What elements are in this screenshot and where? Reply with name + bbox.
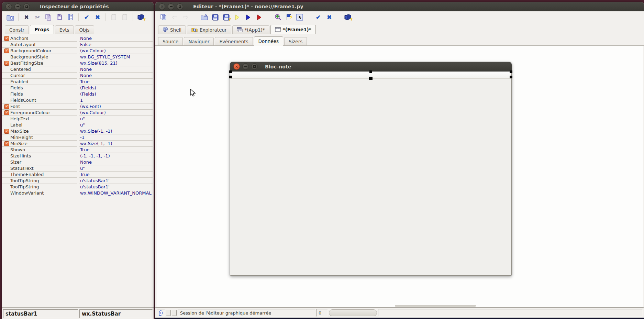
property-value[interactable]: False [79, 42, 153, 48]
property-row[interactable]: ✓ Enabled True [2, 79, 154, 85]
property-value[interactable]: None [79, 35, 153, 42]
property-row[interactable]: ✓ Shown True [2, 147, 154, 153]
editor-titlebar[interactable]: × Editeur - *(Frame1)* - none://Frame1.p… [155, 2, 644, 11]
property-value[interactable]: 1 [79, 97, 153, 103]
property-value[interactable]: (-1, -1, -1, -1) [79, 153, 153, 159]
copy-post-button-disabled[interactable] [121, 13, 129, 22]
tab-explorateur[interactable]: Explorateur [187, 25, 231, 34]
property-value[interactable]: (wx.Colour) [79, 48, 153, 54]
inspector-titlebar[interactable]: × Inspecteur de propriétés [2, 2, 154, 11]
tab-objs[interactable]: Objs [75, 25, 94, 34]
property-row[interactable]: ✓ HelpText u'' [2, 116, 154, 122]
property-set-checkbox[interactable]: ✓ [4, 48, 9, 53]
property-value[interactable]: (Fields) [79, 85, 153, 91]
inspector-close-button[interactable]: × [5, 3, 12, 10]
debug-button[interactable] [274, 13, 282, 22]
property-value[interactable]: (wx.Colour) [79, 110, 153, 116]
open-button[interactable] [200, 13, 208, 22]
property-set-checkbox[interactable]: ✓ [4, 36, 9, 41]
tab-frame1[interactable]: *(Frame1)* [270, 25, 316, 34]
frame-titlebar[interactable]: × Bloc-note [230, 62, 512, 72]
delete-item-button[interactable]: ✖ [22, 13, 31, 22]
property-row[interactable]: ✓ SizeHints (-1, -1, -1, -1) [2, 153, 154, 159]
editor-minimize-button[interactable] [168, 3, 174, 10]
property-row[interactable]: ✓ BackgroundColour (wx.Colour) [2, 48, 154, 54]
property-value[interactable]: (wx.Font) [79, 103, 153, 110]
inspector-maximize-button[interactable] [23, 3, 30, 10]
property-value[interactable]: True [79, 79, 153, 85]
property-row[interactable]: ✓ ToolTipString u'statusBar1' [2, 184, 154, 190]
property-value[interactable]: True [79, 147, 153, 153]
tab-donnees[interactable]: Données [254, 36, 283, 46]
property-row[interactable]: ✓ Font (wx.Font) [2, 103, 154, 110]
editor-help-button[interactable]: ? [344, 13, 352, 22]
run-step-button[interactable] [233, 13, 241, 22]
property-value[interactable]: u'' [79, 116, 153, 122]
property-row[interactable]: ✓ Centered None [2, 66, 154, 73]
property-row[interactable]: ✓ BestFittingSize wx.Size(815, 21) [2, 60, 154, 66]
property-value[interactable]: wx.BG_STYLE_SYSTEM [79, 54, 153, 60]
property-row[interactable]: ✓ ToolTipString u'statusBar1' [2, 178, 154, 184]
status-mini-button-2[interactable] [172, 310, 177, 316]
property-set-checkbox[interactable]: ✓ [4, 141, 9, 146]
tab-app1[interactable]: *(App1)* [232, 25, 269, 34]
history-forward-button[interactable]: ⇨ [181, 13, 190, 22]
frame-close-button[interactable]: × [233, 63, 240, 70]
tab-shell[interactable]: Shell [158, 25, 186, 34]
property-set-checkbox[interactable]: ✓ [4, 129, 9, 134]
paste-button[interactable] [55, 13, 64, 22]
cut-button[interactable]: ✂ [33, 13, 42, 22]
post-button[interactable]: ✔ [314, 13, 322, 22]
tab-constr[interactable]: Constr [5, 25, 29, 34]
property-value[interactable]: u'' [79, 122, 153, 128]
frame-designer-button[interactable] [296, 13, 304, 22]
property-row[interactable]: ✓ Fields (Fields) [2, 85, 154, 91]
property-value[interactable]: u'' [79, 165, 153, 172]
property-row[interactable]: ✓ AutoLayout False [2, 42, 154, 48]
cancel-changes-button[interactable]: ✖ [325, 13, 333, 22]
property-row[interactable]: ✓ MaxSize wx.Size(-1, -1) [2, 128, 154, 134]
copy-button[interactable] [44, 13, 53, 22]
selection-handle-top-left[interactable] [229, 70, 232, 73]
frame-body[interactable] [230, 72, 512, 276]
property-value[interactable]: (Fields) [79, 91, 153, 97]
property-value[interactable]: -1 [79, 134, 153, 141]
property-row[interactable]: ✓ MinHeight -1 [2, 134, 154, 141]
property-value[interactable]: None [79, 159, 153, 165]
selection-handle-top-right[interactable] [510, 70, 512, 73]
help-button[interactable]: ? [137, 13, 145, 22]
property-row[interactable]: ✓ ForegroundColour (wx.Colour) [2, 110, 154, 116]
selection-handle-bottom-center[interactable] [369, 77, 373, 80]
inspector-minimize-button[interactable] [14, 3, 21, 10]
property-value[interactable]: wx.Size(-1, -1) [79, 128, 153, 134]
save-button[interactable] [211, 13, 219, 22]
selection-handle-bottom-left[interactable] [229, 76, 232, 78]
canvas-horizontal-scrollbar[interactable] [395, 305, 476, 307]
history-back-button[interactable]: ⇦ [170, 13, 179, 22]
property-value[interactable]: u'statusBar1' [79, 184, 153, 190]
property-row[interactable]: ✓ Sizer None [2, 159, 154, 165]
run-module-button[interactable] [255, 13, 263, 22]
selection-handle-top-center[interactable] [369, 70, 372, 73]
property-row[interactable]: ✓ WindowVariant wx.WINDOW_VARIANT_NORMAL [2, 190, 154, 196]
tab-sizers[interactable]: Sizers [284, 37, 307, 45]
designed-frame-bloc-note[interactable]: × Bloc-note [230, 62, 512, 276]
edit-document-button[interactable] [66, 13, 75, 22]
property-value[interactable]: None [79, 73, 153, 79]
property-value[interactable]: wx.WINDOW_VARIANT_NORMAL [79, 190, 153, 196]
property-row[interactable]: ✓ Anchors None [2, 35, 154, 42]
property-value[interactable]: None [79, 66, 153, 73]
property-set-checkbox[interactable]: ✓ [4, 110, 9, 115]
designer-canvas[interactable]: × Bloc-note [156, 46, 643, 308]
property-value[interactable]: True [79, 172, 153, 178]
frame-minimize-button[interactable] [242, 63, 249, 70]
property-row[interactable]: ✓ MinSize wx.Size(-1, -1) [2, 141, 154, 147]
property-row[interactable]: ✓ Fields (Fields) [2, 91, 154, 97]
property-row[interactable]: ✓ StatusText u'' [2, 165, 154, 172]
editor-maximize-button[interactable] [177, 3, 183, 10]
property-row[interactable]: ✓ Cursor None [2, 73, 154, 79]
property-value[interactable]: wx.Size(815, 21) [79, 60, 153, 66]
property-row[interactable]: ✓ FieldsCount 1 [2, 97, 154, 103]
cancel-button[interactable]: ✖ [93, 13, 102, 22]
cut-post-button-disabled[interactable] [110, 13, 118, 22]
